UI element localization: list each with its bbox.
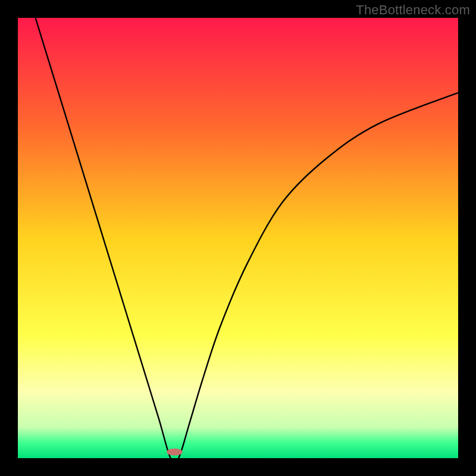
watermark-text: TheBottleneck.com: [356, 2, 470, 18]
minimum-marker: [167, 449, 183, 456]
chart-stage: TheBottleneck.com: [0, 0, 476, 476]
plot-background: [18, 18, 458, 458]
chart-svg: [0, 0, 476, 476]
